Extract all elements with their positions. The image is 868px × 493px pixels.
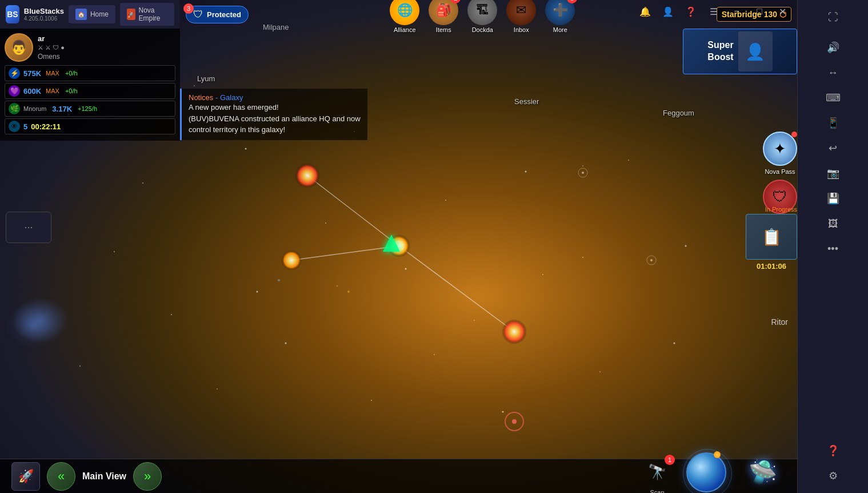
notice-line2: (BUV)BUVENA constructed an alliance HQ a… [189,114,361,123]
bottom-right-controls: 🔭 1 Scan System 🛸 Space Station [642,452,786,494]
minerals-rate: +125/h [78,105,97,112]
system-moon [714,451,721,458]
svg-line-30 [399,246,514,332]
notice-line1: A new power has emerged! [189,103,279,112]
ship-button[interactable]: 🚀 [11,462,40,491]
alliance-name: Omens [38,53,65,61]
svg-point-1 [142,182,143,184]
svg-point-21 [685,245,687,247]
bs-back-icon[interactable]: ↩ [822,137,845,160]
resource-bar-minerals: 🌿 Mnorum 3.17K +125/h [5,101,175,117]
alliance-icons: ⚔ ⚔ 🛡 ● [38,44,65,51]
resource-bar-credits: 💜 600K MAX +0/h [5,83,175,99]
svg-point-7 [445,200,446,201]
bs-help-icon[interactable]: ❓ [822,439,845,462]
nav-more[interactable]: ➕ 5 More [545,0,575,33]
nav-alliance[interactable]: 🌐 Alliance [390,0,419,33]
inbox-nav-label: Inbox [514,26,529,33]
tab-home[interactable]: 🏠 Home [69,5,115,23]
topbar-center: 🌐 Alliance 🎒 2 Items 🏗 Dockda ✉ Inbox ➕ … [390,0,575,33]
svg-point-36 [578,168,587,177]
in-progress-thumbnail: 📋 [746,214,797,260]
energy-value: 575K [23,69,41,78]
close-button[interactable]: ✕ [772,1,793,22]
items-nav-label: Items [436,26,451,33]
nav-forward-button[interactable]: » [133,462,162,491]
svg-point-4 [325,222,326,224]
help-icon[interactable]: ❓ [681,1,701,22]
credits-value: 600K [23,87,41,96]
alliance-nav-label: Alliance [394,26,416,33]
protected-badge-number: 3 [183,3,194,14]
location-sessier: Sessier [514,97,539,106]
protected-button[interactable]: 3 🛡 Protected [186,6,249,23]
bs-save-icon[interactable]: 💾 [822,187,845,210]
alliance-icon: 🌐 [390,0,419,25]
menu-icon[interactable]: ☰ [703,1,724,22]
svg-point-16 [371,400,372,401]
bell-icon[interactable]: 🔔 [635,1,655,22]
player-avatar[interactable]: 👨 [5,33,33,62]
scan-button[interactable]: 🔭 1 Scan [642,457,673,494]
dockda-nav-label: Dockda [472,26,493,33]
tab-nova-empire[interactable]: 🚀 Nova Empire [120,3,174,26]
scan-label: Scan [650,489,664,494]
in-progress-panel[interactable]: In Progress 📋 01:01:06 [746,206,797,271]
system-sphere-icon [686,452,726,492]
bluestacks-logo: BS [6,5,19,23]
energy-icon: ⚡ [9,67,20,79]
svg-line-31 [291,246,399,260]
bs-keyboard-icon[interactable]: ⌨ [822,86,845,109]
minimize-button[interactable]: − [726,1,747,22]
location-lyum: Lyum [197,74,215,83]
bs-gallery-icon[interactable]: 🖼 [822,212,845,235]
svg-point-18 [502,411,504,413]
svg-point-9 [525,171,527,173]
account-icon[interactable]: 👤 [658,1,678,22]
svg-marker-43 [383,234,400,252]
bluestacks-appname: BlueStacks [24,7,64,15]
svg-point-14 [217,388,218,389]
player-profile: 👨 ar ⚔ ⚔ 🛡 ● Omens ⚡ 575K MAX +0/h 💜 600… [0,29,180,141]
scouts-value: 5 [23,122,27,131]
svg-point-34 [387,234,410,257]
nav-items[interactable]: 🎒 2 Items [429,0,458,33]
minerals-value: 3.17K [52,105,72,113]
nav-inbox[interactable]: ✉ Inbox [506,0,536,33]
bs-settings-icon[interactable]: ⚙ [822,464,845,487]
resource-bar-energy: ⚡ 575K MAX +0/h [5,65,175,81]
nav-dockda[interactable]: 🏗 Dockda [467,0,497,33]
scouts-time: 00:22:11 [31,122,61,131]
bs-phone-icon[interactable]: 📱 [822,112,845,134]
dockda-icon: 🏗 [467,0,497,25]
nav-back-button[interactable]: « [47,462,75,491]
space-station-button[interactable]: 🛸 Space Station [740,452,786,494]
bs-volume-icon[interactable]: 🔊 [822,36,845,59]
bs-fullscreen-icon[interactable]: ⛶ [822,6,845,29]
bs-more-icon[interactable]: ••• [822,237,845,260]
space-station-icon: 🛸 [740,452,786,492]
svg-point-26 [582,165,583,166]
svg-point-32 [295,163,320,188]
nova-pass-button[interactable]: ✦ Nova Pass [763,132,797,175]
svg-point-19 [542,274,543,275]
main-view-button[interactable]: Main View [82,471,126,482]
svg-point-12 [674,343,675,344]
svg-point-6 [405,268,407,270]
system-button[interactable]: System [686,452,726,494]
energy-max: MAX [46,70,59,77]
bluestacks-version: 4.205.0.1006 [24,15,64,22]
maximize-button[interactable]: □ [749,1,770,22]
chat-icon: ··· [24,221,33,233]
svg-point-33 [281,250,302,271]
super-boost-image: 👤 [738,31,773,71]
chat-button[interactable]: ··· [6,212,51,243]
svg-point-25 [79,365,81,367]
svg-point-8 [474,320,475,321]
svg-point-38 [647,256,656,265]
super-boost-banner[interactable]: Super Boost 👤 [683,29,797,74]
scan-badge: 1 [665,455,675,465]
bs-camera-icon[interactable]: 📷 [822,162,845,185]
bottom-bar: 🚀 « Main View » 🔭 1 Scan System 🛸 Space … [0,459,797,493]
bs-rotate-icon[interactable]: ↔ [822,61,845,84]
